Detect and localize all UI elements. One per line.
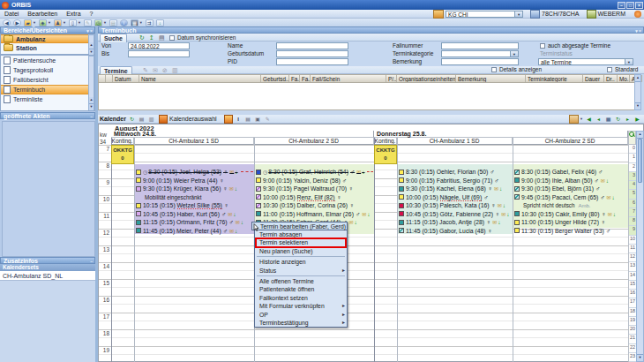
checkbox-icon[interactable]	[540, 43, 545, 49]
chevron-down-icon[interactable]: ▼	[63, 20, 66, 25]
appointment[interactable]: ◷8:30 (0:15) Graf, Heinrich (54)♂✉↓	[256, 168, 373, 177]
kalenderset-item[interactable]: CH-Ambulanz SD_NL	[0, 271, 95, 281]
context-menu-item[interactable]: Neu planen (Suche)	[255, 247, 347, 255]
layout-icon[interactable]: ▥	[147, 116, 155, 123]
scrollbar-thumb[interactable]	[638, 139, 642, 183]
mini-hour-cell[interactable]: 12	[629, 253, 636, 262]
mini-hour-cell[interactable]: 11	[629, 245, 636, 253]
row-icon-column[interactable]	[106, 75, 113, 82]
appointment[interactable]: 10:30 (0:15) Daiber, Corina (26)♀	[256, 201, 373, 210]
mini-hour-cell[interactable]: 22	[629, 344, 636, 353]
mini-hour-cell[interactable]: 4	[629, 181, 636, 190]
abgesagte-checkbox[interactable]: auch abgesagte Termine	[540, 42, 610, 49]
next-day-icon[interactable]: ▸	[624, 116, 632, 123]
pid-input[interactable]	[276, 58, 348, 65]
context-menu-tooltip-item[interactable]: Termin bearbeiten (Faber, Gerd)	[251, 222, 348, 230]
organisation-button[interactable]: ▦	[131, 19, 139, 26]
appointment[interactable]: 11:30 (0:15) Berger Walter (53)♂	[514, 227, 627, 236]
table-column-header[interactable]: Fall/Schein	[311, 75, 386, 82]
termine-table-body[interactable]	[98, 83, 641, 110]
menu-item[interactable]: Extra	[62, 11, 85, 17]
fallnummer-input[interactable]	[441, 42, 519, 49]
context-menu-item[interactable]: Alle offenen Termine	[255, 277, 347, 285]
calendar-icon[interactable]: ▦	[604, 116, 612, 123]
table-column-header[interactable]: P/...	[386, 75, 397, 82]
calendar-scrollbar[interactable]: ▲ ▼	[636, 131, 644, 362]
table-column-header[interactable]: Name	[139, 75, 261, 82]
table-column-header[interactable]: Terminkategorie	[526, 75, 583, 82]
chevron-down-icon[interactable]: ▼	[48, 20, 51, 25]
print-icon[interactable]: ▤	[244, 116, 252, 123]
appointment[interactable]: 10:45 (0:15) Götz, Fabienne (22)♀✉↓	[399, 210, 512, 219]
appointment-icon[interactable]	[224, 115, 233, 124]
appointment[interactable]: 10:30 (0:15) Palesch, Kata (16)♀✉↓	[399, 201, 512, 210]
clock-button[interactable]: ◷	[94, 19, 102, 26]
appointment[interactable]: 9:30 (0:15) Kachel, Elena (68)♀✉↓	[399, 185, 512, 193]
appointment[interactable]: 11:15 (0:15) Jacob, Antje (28)♀✉↓	[399, 218, 512, 227]
export-button[interactable]: ⇉	[146, 19, 154, 26]
save-icon[interactable]: ▤	[138, 116, 146, 123]
checkbox-icon[interactable]	[607, 67, 612, 72]
settings-icon[interactable]: ✎	[264, 116, 272, 123]
sidebar-view-item[interactable]: Terminbuch	[1, 85, 94, 94]
table-column-header[interactable]: Bemerkung	[456, 75, 526, 82]
mini-hour-cell[interactable]: 23	[629, 353, 636, 362]
next-week-icon[interactable]: ▶	[633, 116, 641, 123]
calendar-menu-icon[interactable]	[569, 115, 579, 124]
table-column-header[interactable]: Geburtsd...	[261, 75, 289, 82]
chevron-down-icon[interactable]: ▾	[514, 11, 522, 17]
context-menu-item[interactable]: Mit Formular verknüpfen▸	[255, 302, 347, 310]
day-header-thursday[interactable]: Donnerstag 25.8.	[374, 131, 628, 138]
print-button[interactable]: ▤	[109, 19, 117, 26]
mini-hour-cell[interactable]: 17	[629, 298, 636, 307]
appointment[interactable]: 9:00 (0:15) Ihle, Alban (50)♂✉↓	[514, 177, 627, 185]
table-column-header[interactable]: Fa..	[300, 75, 311, 82]
table-column-header[interactable]: Dauer	[583, 75, 604, 82]
chevron-down-icon[interactable]: ▾	[625, 59, 633, 64]
chevron-down-icon[interactable]: ▼	[103, 20, 107, 25]
details-checkbox[interactable]: Details anzeigen	[491, 66, 542, 73]
resource-column-header[interactable]: CH-Ambulanz 2 SD	[254, 138, 374, 145]
edit-appointment-icon[interactable]: ✎	[143, 67, 148, 74]
mini-hour-cell[interactable]: 13	[629, 262, 636, 271]
mini-hour-cell[interactable]: 19	[629, 317, 636, 326]
scroll-down-icon[interactable]: ▼	[637, 354, 643, 361]
appointment[interactable]: 8:30 (0:15) Oehler, Florian (50)♂	[399, 168, 512, 177]
new-document-button[interactable]: ▯	[69, 19, 77, 26]
appointment[interactable]: 10:15 (0:15) Wetzel Silke (55)♀	[136, 201, 253, 210]
appointment[interactable]: 11:15 (0:15) Ortmann, Fritz (76)♂✉↓	[136, 218, 253, 227]
checkbox-icon[interactable]	[169, 35, 175, 41]
mini-hour-cell[interactable]: 10	[629, 236, 636, 245]
kontingent-cell[interactable]: OKKTG0	[111, 145, 134, 164]
menu-item[interactable]: Datei	[0, 11, 23, 17]
bemerkung-input[interactable]	[441, 58, 519, 65]
appointment[interactable]: ◷8:30 (0:15) Joel, Helga (53)♀✉↓	[136, 168, 253, 177]
scroll-up-icon[interactable]: ▲	[89, 42, 94, 49]
sidebar-view-item[interactable]: Terminliste	[1, 94, 94, 104]
mini-hour-cell[interactable]: 0	[629, 145, 636, 154]
table-column-header[interactable]: Dr..	[604, 75, 618, 82]
mini-hour-cell[interactable]: 3	[629, 172, 636, 181]
name-input[interactable]	[276, 42, 348, 49]
context-menu-item[interactable]: Fallkontext setzen	[255, 294, 347, 302]
appointment[interactable]: 9:30 (0:15) Pagel Waltraud (70)♀	[256, 185, 373, 193]
kontingent-cell[interactable]: CKKTG0	[374, 145, 397, 164]
appointment[interactable]: 11:45 (0:15) Meier, Peter (44)♂✉↓	[136, 227, 253, 236]
download-button[interactable]: ↓	[156, 19, 164, 26]
appointment[interactable]: 10:45 (0:15) Haber, Kurt (56)♂✉↓	[136, 210, 253, 219]
mini-hour-cell[interactable]: 5	[629, 190, 636, 199]
menu-item[interactable]: ?	[86, 11, 98, 17]
appointment[interactable]: 9:45 (0:15) Pacaci, Cem (65)♂✉↓	[514, 193, 627, 202]
sidebar-area-item[interactable]: Ambulanz	[1, 34, 94, 43]
print-icon[interactable]: ▤	[159, 34, 165, 41]
appointment[interactable]: 11:00 (0:15) Unger Hilde (72)♀	[514, 218, 627, 227]
terminstatus-select[interactable]: alle Termine▾	[538, 58, 633, 65]
context-menu-item[interactable]: Patientenakte öffnen	[255, 285, 347, 293]
scroll-up-icon[interactable]: ▲	[637, 132, 643, 139]
geburtsdatum-input[interactable]	[276, 50, 348, 57]
chevron-down-icon[interactable]: ▼	[33, 20, 36, 25]
today-icon[interactable]: ↻	[614, 116, 622, 123]
area-list-scrollbar[interactable]: ▲▼	[88, 34, 94, 54]
refresh-icon[interactable]: ↻	[128, 116, 136, 123]
refresh-icon[interactable]: ↻	[139, 34, 145, 41]
